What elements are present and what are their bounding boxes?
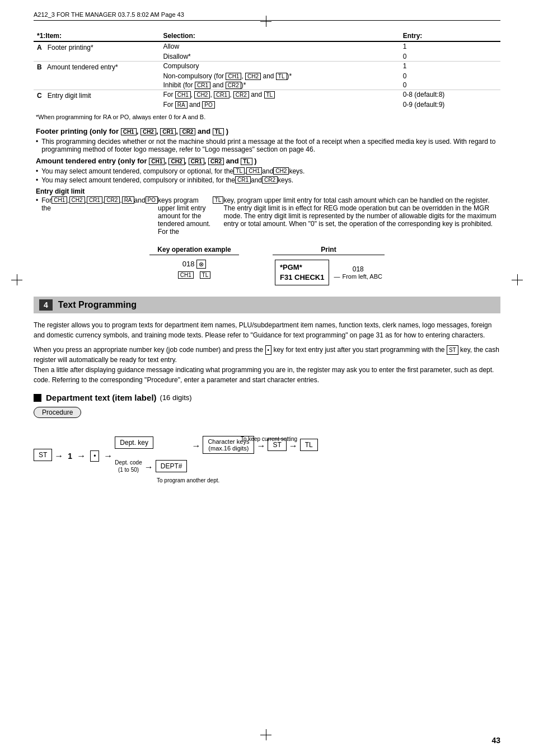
print-title: Print <box>273 246 385 255</box>
print-content: *PGM* F31 CHECK1 018 From left, ABC <box>273 260 385 285</box>
kbd-fp-ch2: CH2 <box>140 128 156 135</box>
procedure-label: Procedure <box>42 408 73 416</box>
flow-dot: • <box>90 450 99 462</box>
entry-digit-section: Entry digit limit For the CH1, CH2, CR1,… <box>34 187 500 236</box>
kbd-ra: RA <box>175 101 188 109</box>
section4-text2: When you press an appropriate number key… <box>34 345 500 385</box>
table-footnote: *When programming for RA or PO, always e… <box>34 114 500 120</box>
page: A212_3 FOR THE MANAGER 03.7.5 8:02 AM Pa… <box>0 0 534 756</box>
kbd-po: PO <box>202 101 214 109</box>
flow-branch: Dept. key Dept. code(1 to 50) → DEPT# <box>115 436 187 473</box>
kbd-tl: TL <box>276 73 287 80</box>
kbd-ed-tl: TL <box>213 196 224 204</box>
flow-diagram-container: To keep current setting ST → 1 → • → Dep… <box>34 436 500 483</box>
kbd-ch1c: CH1 <box>175 91 191 98</box>
key-op-title: Key operation example <box>149 246 239 255</box>
entry-0b: 0 <box>400 72 500 81</box>
entry-0c: 0 <box>400 81 500 90</box>
key-operation-box: Key operation example 018 ⊗ CH1 TL <box>149 246 239 285</box>
kbd-cr2c: CR2 <box>233 91 249 98</box>
print-number-annotation: 018 From left, ABC <box>334 265 382 280</box>
flow-num-1: 1 <box>68 452 72 461</box>
procedure-button[interactable]: Procedure <box>34 407 81 418</box>
table-row: Disallow* 0 <box>34 52 500 62</box>
selection-for-ra: For RA and PO <box>160 100 399 109</box>
main-table: *1:Item: Selection: Entry: A Footer prin… <box>34 31 500 109</box>
print-line1: *PGM* <box>280 262 324 273</box>
flow-arrow-2: → <box>74 451 88 461</box>
crosshair-bottom <box>260 729 271 740</box>
kbd-ed-po: PO <box>146 196 158 204</box>
row-label-b: B <box>37 63 42 71</box>
kbd-st-inline: ST <box>447 345 458 355</box>
kbd-fp-tl: TL <box>213 128 224 135</box>
row-label-c: C <box>37 92 42 100</box>
flow-dept-code-label: Dept. code(1 to 50) <box>115 459 142 473</box>
table-row: B Amount tendered entry* Compulsory 1 <box>34 62 500 72</box>
kbd-at-tl: TL <box>241 158 252 165</box>
key-seq-top: 018 ⊗ <box>149 260 239 268</box>
print-annotation: From left, ABC <box>334 273 382 280</box>
amount-tendered-section: Amount tendered entry (only for CH1, CH2… <box>34 157 500 184</box>
key-operation-container: Key operation example 018 ⊗ CH1 TL Print… <box>34 246 500 285</box>
kbd-fp-cr1: CR1 <box>160 128 176 135</box>
flow-arrow-6: → <box>287 441 300 451</box>
flow-arrow-1: → <box>52 451 65 461</box>
flow-dept-key: Dept. key <box>115 436 153 449</box>
kbd-ed-ch1: CH1 <box>51 196 67 204</box>
kbd-ch2: CH2 <box>245 73 261 80</box>
dept-section-header: Department text (item label) (16 digits) <box>34 393 500 402</box>
section4-header: 4 Text Programming <box>34 297 500 313</box>
kbd-b1-ch2: CH2 <box>273 167 289 175</box>
selection-compulsory: Compulsory <box>160 62 399 72</box>
kbd-b2-cr1: CR1 <box>235 176 251 184</box>
kbd-ed-ra: RA <box>122 196 134 204</box>
table-row: Non-compulsory (for CH1, CH2 and TL)* 0 <box>34 72 500 81</box>
kbd-seq-ch1: CH1 <box>178 271 194 279</box>
flow-branch-bottom: Dept. code(1 to 50) → DEPT# <box>115 459 187 473</box>
kbd-cr1c: CR1 <box>214 91 229 98</box>
col-entry: Entry: <box>400 31 500 41</box>
to-program-label: To program another dept. <box>157 477 500 483</box>
entry-digit-title: Entry digit limit <box>36 187 500 195</box>
table-row: A Footer printing* Allow 1 <box>34 41 500 52</box>
dept-subtitle: (16 digits) <box>160 393 192 402</box>
kbd-ed-ch2: CH2 <box>69 196 85 204</box>
row-label-a: A <box>37 44 42 51</box>
crosshair-left <box>11 274 22 285</box>
page-number: 43 <box>491 736 500 745</box>
flow-arrow-5: → <box>254 441 268 451</box>
dept-title: Department text (item label) <box>46 393 157 402</box>
flow-st-start: ST <box>34 449 52 461</box>
kbd-dot: • <box>265 345 272 355</box>
col-selection: Selection: <box>160 31 399 41</box>
key-seq-bottom: CH1 TL <box>149 270 239 279</box>
kbd-b1-ch1: CH1 <box>246 167 262 175</box>
kbd-tlc: TL <box>264 91 275 98</box>
footer-printing-title: Footer printing (only for CH1, CH2, CR1,… <box>36 127 500 135</box>
kbd-ch1: CH1 <box>226 73 241 80</box>
kbd-x: ⊗ <box>196 260 206 269</box>
print-box: Print *PGM* F31 CHECK1 018 From left, AB… <box>273 246 385 285</box>
selection-allow: Allow <box>160 41 399 52</box>
flow-tl-end: TL <box>300 439 318 451</box>
entry-1a: 1 <box>400 41 500 52</box>
kbd-ed-cr1: CR1 <box>87 196 102 204</box>
kbd-seq-tl: TL <box>200 271 211 279</box>
print-line2: F31 CHECK1 <box>280 273 324 283</box>
entry-0-8: 0-8 (default:8) <box>400 90 500 101</box>
entry-0a: 0 <box>400 52 500 62</box>
flow-dept-hash: DEPT# <box>156 460 188 472</box>
print-number: 018 <box>353 265 364 273</box>
kbd-ed-cr2: CR2 <box>104 196 120 204</box>
selection-for-ch: For CH1, CH2, CR1, CR2 and TL <box>160 90 399 101</box>
kbd-at-ch1: CH1 <box>149 158 165 165</box>
amount-tendered-title: Amount tendered entry (only for CH1, CH2… <box>36 157 500 165</box>
footer-printing-bullet: This programming decides whether or not … <box>36 138 500 153</box>
entry-0-9: 0-9 (default:9) <box>400 100 500 109</box>
kbd-at-cr2: CR2 <box>208 158 224 165</box>
kbd-b2-cr2: CR2 <box>262 176 278 184</box>
kbd-cr1b: CR1 <box>195 82 210 89</box>
flow-arrow-3: → <box>101 451 115 461</box>
table-row: For RA and PO 0-9 (default:9) <box>34 100 500 109</box>
